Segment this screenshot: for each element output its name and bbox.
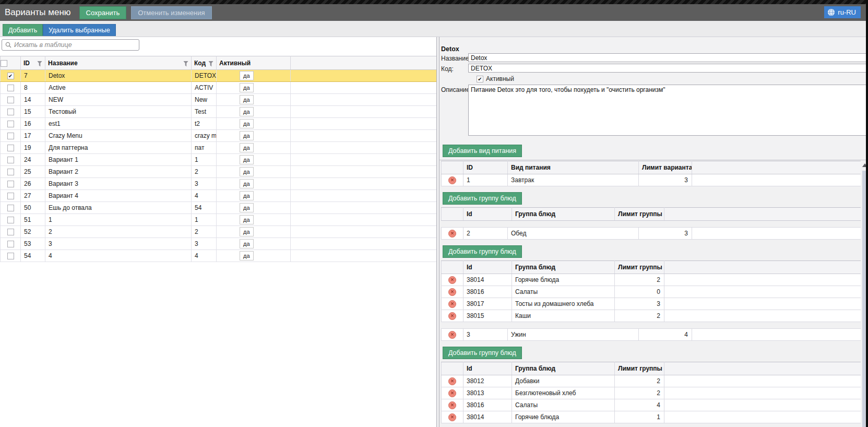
search-input[interactable]: [14, 41, 136, 49]
row-checkbox[interactable]: [7, 133, 14, 139]
dish-group-row[interactable]: ✕38016Салаты4: [442, 399, 861, 411]
dish-group-row[interactable]: ✕38017Тосты из домашнего хлеба3: [442, 298, 861, 310]
active-value-badge[interactable]: да: [240, 191, 254, 200]
nested-column-header[interactable]: Id: [463, 261, 512, 274]
add-dish-group-button[interactable]: Добавить группу блюд: [443, 192, 522, 205]
row-checkbox[interactable]: [7, 181, 14, 187]
nested-column-header[interactable]: Группа блюд: [512, 208, 615, 221]
active-value-badge[interactable]: да: [240, 203, 254, 212]
menu-row[interactable]: 19Для паттернапатда: [1, 142, 437, 154]
add-meal-type-button[interactable]: Добавить вид питания: [443, 145, 522, 157]
add-dish-group-button[interactable]: Добавить группу блюд: [443, 347, 522, 359]
dish-group-row[interactable]: ✕38014Горячие блюда1: [442, 411, 861, 423]
row-checkbox[interactable]: [7, 121, 14, 127]
menu-row[interactable]: 50Ешь до отвала54да: [1, 202, 437, 214]
active-value-badge[interactable]: да: [240, 107, 254, 116]
delete-dish-group-button[interactable]: ✕: [448, 413, 456, 421]
dish-group-row[interactable]: ✕38016Салаты0: [442, 286, 861, 298]
active-value-badge[interactable]: да: [240, 83, 254, 92]
column-header-id[interactable]: ID: [21, 56, 45, 70]
row-checkbox[interactable]: ✔: [7, 73, 14, 79]
active-value-badge[interactable]: да: [240, 71, 254, 80]
menu-row[interactable]: 8ActiveACTIVда: [1, 82, 437, 94]
delete-dish-group-button[interactable]: ✕: [448, 300, 456, 308]
menu-row[interactable]: 26Вариант 33да: [1, 178, 437, 190]
delete-meal-type-button[interactable]: ✕: [448, 230, 456, 238]
locale-selector[interactable]: ru-RU: [824, 6, 861, 18]
delete-meal-type-button[interactable]: ✕: [448, 176, 456, 184]
delete-dish-group-button[interactable]: ✕: [448, 377, 456, 385]
dish-group-row[interactable]: ✕38013Безглютеновый хлеб2: [442, 387, 861, 399]
menu-row[interactable]: 17Crazy Menucrazy mда: [1, 130, 437, 142]
row-checkbox[interactable]: [7, 85, 14, 91]
nested-column-header[interactable]: Id: [463, 362, 512, 375]
nested-column-header[interactable]: Вид питания: [508, 161, 639, 174]
nested-column-header[interactable]: Лимит группы: [615, 362, 664, 375]
add-button[interactable]: Добавить: [3, 24, 43, 36]
active-value-badge[interactable]: да: [240, 251, 254, 260]
dish-group-row[interactable]: ✕38012Добавки2: [442, 375, 861, 387]
row-checkbox[interactable]: [7, 157, 14, 163]
nested-column-header[interactable]: Лимит варианта: [639, 161, 692, 174]
description-field[interactable]: Питание Detox это для того, чтобы похуде…: [468, 85, 868, 136]
menu-row[interactable]: 5222да: [1, 226, 437, 238]
dish-group-row[interactable]: ✕38015Каши2: [442, 310, 861, 322]
delete-dish-group-button[interactable]: ✕: [448, 276, 456, 284]
delete-selected-button[interactable]: Удалить выбранные: [43, 24, 116, 36]
filter-icon[interactable]: [183, 61, 188, 67]
nested-column-header[interactable]: Лимит группы: [615, 208, 664, 221]
active-value-badge[interactable]: да: [240, 143, 254, 152]
row-checkbox[interactable]: [7, 193, 14, 199]
name-field[interactable]: [468, 53, 868, 62]
select-all-checkbox[interactable]: [1, 60, 7, 67]
active-value-badge[interactable]: да: [240, 167, 254, 176]
menu-row[interactable]: 25Вариант 22да: [1, 166, 437, 178]
menu-row[interactable]: 5444да: [1, 250, 437, 262]
menu-row[interactable]: 27Вариант 44да: [1, 190, 437, 202]
delete-dish-group-button[interactable]: ✕: [448, 401, 456, 409]
row-checkbox[interactable]: [7, 205, 14, 211]
meal-type-row[interactable]: ✕2Обед3: [442, 228, 861, 240]
column-header-name[interactable]: Название: [45, 56, 192, 70]
row-checkbox[interactable]: [7, 241, 14, 247]
nested-column-header[interactable]: Id: [463, 208, 512, 221]
menu-row[interactable]: 15ТестовыйTestда: [1, 106, 437, 118]
active-value-badge[interactable]: да: [240, 119, 254, 128]
delete-dish-group-button[interactable]: ✕: [448, 389, 456, 397]
dish-group-row[interactable]: ✕38014Горячие блюда2: [442, 274, 861, 286]
nested-column-header[interactable]: Лимит группы: [615, 261, 664, 274]
column-header-active[interactable]: Активный: [217, 56, 291, 70]
nested-column-header[interactable]: Группа блюд: [512, 261, 615, 274]
column-header-code[interactable]: Код: [192, 56, 217, 70]
nested-column-header[interactable]: Группа блюд: [512, 362, 615, 375]
active-value-badge[interactable]: да: [240, 239, 254, 248]
add-dish-group-button[interactable]: Добавить группу блюд: [443, 245, 522, 258]
menu-row[interactable]: ✔7DetoxDETOXда: [1, 70, 437, 82]
menu-row[interactable]: 5333да: [1, 238, 437, 250]
filter-icon[interactable]: [37, 61, 42, 67]
cancel-changes-button[interactable]: Отменить изменения: [131, 6, 211, 19]
nested-column-header[interactable]: ID: [463, 161, 508, 174]
row-checkbox[interactable]: [7, 229, 14, 235]
row-checkbox[interactable]: [7, 253, 14, 259]
menu-row[interactable]: 16est1t2да: [1, 118, 437, 130]
active-checkbox[interactable]: ✔: [477, 76, 483, 82]
active-value-badge[interactable]: да: [240, 215, 254, 224]
delete-dish-group-button[interactable]: ✕: [448, 288, 456, 296]
meal-type-row[interactable]: ✕3Ужин4: [442, 329, 861, 341]
active-value-badge[interactable]: да: [240, 227, 254, 236]
save-button[interactable]: Сохранить: [79, 6, 127, 19]
row-checkbox[interactable]: [7, 109, 14, 115]
code-field[interactable]: [468, 64, 868, 73]
active-value-badge[interactable]: да: [240, 95, 254, 104]
meal-type-row[interactable]: ✕1Завтрак3: [442, 174, 861, 186]
row-checkbox[interactable]: [7, 217, 14, 223]
row-checkbox[interactable]: [7, 145, 14, 151]
menu-row[interactable]: 14NEWNewда: [1, 94, 437, 106]
active-value-badge[interactable]: да: [240, 179, 254, 188]
active-value-badge[interactable]: да: [240, 131, 254, 140]
menu-row[interactable]: 24Вариант 11да: [1, 154, 437, 166]
row-checkbox[interactable]: [7, 97, 14, 103]
delete-meal-type-button[interactable]: ✕: [448, 331, 456, 339]
row-checkbox[interactable]: [7, 169, 14, 175]
